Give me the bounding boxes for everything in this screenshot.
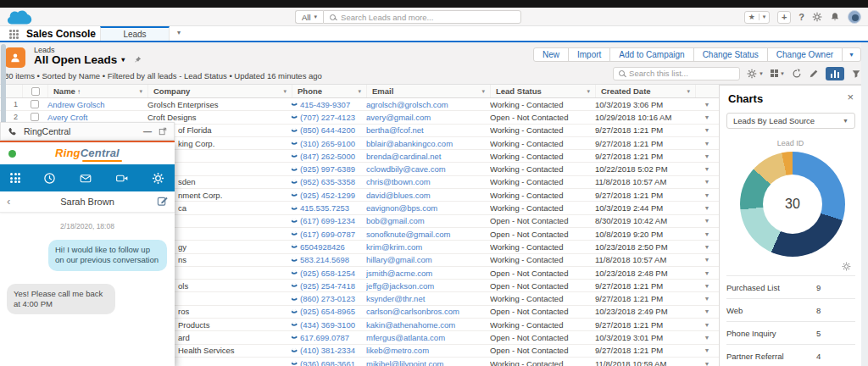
edit-pencil-icon[interactable] bbox=[809, 69, 819, 79]
email-link[interactable]: mikibel@lilypoint.com bbox=[366, 359, 490, 366]
select-all-checkbox[interactable] bbox=[31, 87, 40, 96]
email-link[interactable]: avery@gmail.com bbox=[366, 113, 490, 122]
email-link[interactable]: david@blues.com bbox=[366, 191, 490, 200]
ringcentral-utility-bar[interactable]: RingCentral — bbox=[0, 122, 175, 141]
lead-name-link[interactable]: Andrew Grolsch bbox=[47, 100, 147, 109]
row-checkbox[interactable] bbox=[31, 100, 39, 108]
phone-link[interactable]: (936) 698-3661 bbox=[292, 359, 366, 366]
filter-funnel-icon[interactable] bbox=[851, 69, 861, 79]
phone-link[interactable]: 415.535.7253 bbox=[292, 203, 366, 213]
row-actions-chevron[interactable]: ▼ bbox=[695, 308, 719, 314]
row-actions-chevron[interactable]: ▼ bbox=[695, 283, 719, 289]
list-settings-control[interactable]: ▼ bbox=[747, 69, 764, 79]
email-link[interactable]: eavignon@bps.com bbox=[366, 203, 490, 213]
pop-out-icon[interactable] bbox=[159, 127, 167, 136]
chevron-down-icon[interactable]: ▾ bbox=[358, 88, 361, 95]
phone-link[interactable]: (952) 635-3358 bbox=[292, 177, 366, 186]
email-link[interactable]: mfergus@atlanta.com bbox=[366, 333, 490, 342]
row-actions-chevron[interactable]: ▼ bbox=[695, 231, 719, 237]
column-header-company[interactable]: Company▾ bbox=[147, 85, 292, 97]
row-actions-chevron[interactable]: ▼ bbox=[695, 166, 719, 172]
list-view-chevron-icon[interactable]: ▾ bbox=[121, 56, 125, 64]
email-link[interactable]: bob@gmail.com bbox=[366, 216, 490, 225]
row-actions-chevron[interactable]: ▼ bbox=[695, 244, 719, 250]
row-actions-chevron[interactable]: ▼ bbox=[695, 361, 719, 366]
notifications-bell-icon[interactable] bbox=[830, 12, 840, 22]
phone-link[interactable]: (410) 381-2334 bbox=[292, 346, 366, 355]
chart-type-selector[interactable]: Leads By Lead Source ▼ bbox=[726, 113, 855, 129]
favorites-chevron-icon[interactable]: ▾ bbox=[759, 14, 770, 20]
compose-note-icon[interactable] bbox=[157, 196, 168, 207]
close-icon[interactable]: × bbox=[847, 91, 854, 103]
user-avatar[interactable] bbox=[848, 10, 861, 24]
tab-chevron-icon[interactable]: ▾ bbox=[177, 29, 181, 36]
tab-leads[interactable]: Leads bbox=[100, 26, 170, 41]
phone-link[interactable]: (850) 644-4200 bbox=[292, 125, 366, 135]
chevron-down-icon[interactable]: ▾ bbox=[587, 88, 590, 95]
global-search-input[interactable] bbox=[341, 13, 493, 22]
chart-settings-gear-icon[interactable] bbox=[842, 262, 851, 271]
global-search-box[interactable] bbox=[323, 10, 521, 24]
import-button[interactable]: Import bbox=[568, 47, 610, 62]
row-actions-chevron[interactable]: ▼ bbox=[695, 218, 719, 224]
phone-link[interactable]: 617.699.0787 bbox=[292, 333, 366, 342]
phone-link[interactable]: 6504928426 bbox=[292, 242, 366, 252]
call-history-clock-icon[interactable] bbox=[43, 172, 56, 185]
email-link[interactable]: bertha@fcof.net bbox=[366, 125, 490, 135]
column-header-lead-status[interactable]: Lead Status▾ bbox=[490, 85, 595, 97]
email-link[interactable]: kakin@athenahome.com bbox=[366, 320, 490, 330]
email-link[interactable]: cclowdbily@cave.com bbox=[366, 164, 490, 174]
row-actions-chevron[interactable]: ▼ bbox=[695, 322, 719, 328]
pin-icon[interactable] bbox=[134, 56, 142, 64]
email-link[interactable]: brenda@cardinal.net bbox=[366, 152, 490, 161]
row-actions-chevron[interactable]: ▼ bbox=[695, 179, 719, 185]
phone-link[interactable]: (925) 452-1299 bbox=[292, 191, 366, 200]
refresh-icon[interactable] bbox=[792, 69, 802, 79]
phone-link[interactable]: (617) 699-1234 bbox=[292, 216, 366, 225]
favorites-star-icon[interactable]: ★ bbox=[745, 13, 759, 21]
chevron-down-icon[interactable]: ▾ bbox=[687, 88, 690, 95]
chevron-down-icon[interactable]: ▾ bbox=[139, 88, 142, 95]
list-search-input[interactable] bbox=[629, 69, 726, 78]
chevron-down-icon[interactable]: ▾ bbox=[283, 88, 287, 95]
change-owner-button[interactable]: Change Owner bbox=[767, 47, 843, 62]
phone-link[interactable]: 415-439-9307 bbox=[292, 100, 366, 109]
dialpad-icon[interactable] bbox=[10, 173, 20, 183]
row-actions-chevron[interactable]: ▼ bbox=[695, 153, 719, 159]
setup-gear-icon[interactable] bbox=[812, 12, 822, 22]
phone-link[interactable]: (847) 262-5000 bbox=[292, 152, 366, 161]
row-actions-chevron[interactable]: ▼ bbox=[695, 192, 719, 198]
phone-link[interactable]: (310) 265-9100 bbox=[292, 139, 366, 148]
phone-link[interactable]: (925) 654-8965 bbox=[292, 307, 366, 316]
row-actions-chevron[interactable]: ▼ bbox=[695, 141, 719, 147]
column-header-phone[interactable]: Phone▾ bbox=[292, 85, 366, 97]
phone-link[interactable]: (860) 273-0123 bbox=[292, 294, 366, 303]
phone-link[interactable]: (617) 699-0787 bbox=[292, 230, 366, 239]
add-to-campaign-button[interactable]: Add to Campaign bbox=[609, 47, 693, 62]
email-link[interactable]: bblair@abankingco.com bbox=[366, 139, 490, 148]
lead-name-link[interactable]: Avery Croft bbox=[47, 113, 147, 122]
charts-toggle-button[interactable] bbox=[826, 67, 844, 80]
email-link[interactable]: carlson@carlsonbros.com bbox=[366, 307, 490, 316]
row-actions-chevron[interactable]: ▼ bbox=[695, 257, 719, 263]
global-actions-add-button[interactable]: + bbox=[777, 11, 791, 24]
email-link[interactable]: jeffg@jackson.com bbox=[366, 281, 490, 291]
list-view-title[interactable]: All Open Leads ▾ bbox=[34, 53, 142, 66]
settings-gear-icon[interactable] bbox=[152, 172, 164, 185]
phone-link[interactable]: (925) 254-7418 bbox=[292, 281, 366, 291]
change-status-button[interactable]: Change Status bbox=[693, 47, 768, 62]
video-camera-icon[interactable] bbox=[115, 172, 129, 185]
new-button[interactable]: New bbox=[533, 47, 569, 62]
email-link[interactable]: krim@krim.com bbox=[366, 242, 490, 252]
email-link[interactable]: hillary@gmail.com bbox=[366, 255, 490, 264]
phone-link[interactable]: (925) 997-6389 bbox=[292, 164, 366, 174]
minimize-icon[interactable]: — bbox=[143, 127, 152, 136]
phone-link[interactable]: (434) 369-3100 bbox=[292, 320, 366, 330]
phone-link[interactable]: (925) 658-1254 bbox=[292, 269, 366, 278]
column-header-email[interactable]: Email▾ bbox=[366, 85, 490, 97]
row-actions-chevron[interactable]: ▼ bbox=[695, 335, 719, 341]
display-as-control[interactable]: ▼ bbox=[771, 69, 785, 77]
email-link[interactable]: likeb@metro.com bbox=[366, 346, 490, 355]
row-actions-chevron[interactable]: ▼ bbox=[695, 127, 719, 133]
help-icon[interactable]: ? bbox=[798, 12, 804, 22]
